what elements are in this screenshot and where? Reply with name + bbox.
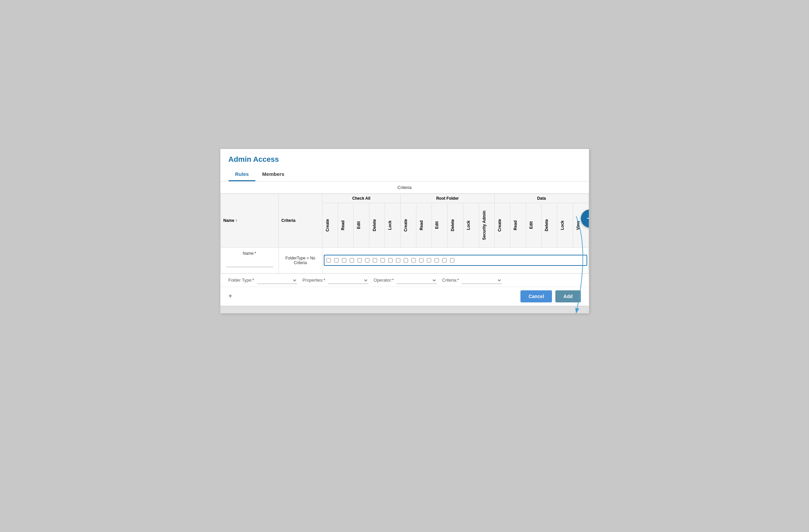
criteria-header: Criteria — [221, 182, 589, 194]
cb-ca-lock[interactable] — [357, 258, 362, 262]
col-check-all: Check All — [322, 194, 401, 203]
cb-rf-secadmin[interactable] — [404, 258, 408, 262]
th-d-delete: Delete — [541, 203, 557, 247]
cb-ca-read[interactable] — [334, 258, 339, 262]
th-ca-lock: Lock — [385, 203, 401, 247]
name-input[interactable] — [226, 259, 273, 267]
name-label: Name:* — [222, 251, 277, 256]
th-rf-read: Read — [416, 203, 432, 247]
operator-select[interactable] — [397, 277, 437, 284]
properties-label: Properties:* — [303, 278, 326, 282]
th-ca-create: Create — [322, 203, 338, 247]
cb-ca-create[interactable] — [326, 258, 331, 262]
th-rf-lock: Lock — [463, 203, 479, 247]
th-rf-secadmin: Security Admin — [479, 203, 495, 247]
action-buttons: Cancel Add — [520, 290, 581, 303]
cb-ca-delete[interactable] — [350, 258, 354, 262]
cb-rf-read[interactable] — [373, 258, 377, 262]
tab-members[interactable]: Members — [255, 168, 291, 181]
folder-type-select[interactable] — [257, 277, 297, 284]
folder-type-label: Folder Type:* — [228, 278, 254, 282]
cb-rf-create[interactable] — [365, 258, 369, 262]
th-d-read: Read — [510, 203, 526, 247]
cancel-button[interactable]: Cancel — [520, 290, 552, 303]
rules-table: Name ↑ Criteria Check All Root Folder Da… — [221, 194, 589, 274]
th-ca-edit: Edit — [353, 203, 369, 247]
col-root-folder: Root Folder — [401, 194, 495, 203]
tabs: Rules Members — [228, 168, 581, 181]
panel-header: Admin Access Rules Members — [221, 149, 589, 182]
cb-rf-edit[interactable] — [380, 258, 385, 262]
properties-select[interactable] — [328, 277, 368, 284]
form-criteria-cell: FolderType = No Criteria — [278, 247, 322, 273]
th-d-create: Create — [495, 203, 510, 247]
th-d-edit: Edit — [526, 203, 541, 247]
th-rf-delete: Delete — [448, 203, 463, 247]
th-ca-delete: Delete — [369, 203, 385, 247]
panel-body: Criteria Name ↑ Criteria Check All Root … — [221, 182, 589, 313]
cb-d-delete[interactable] — [434, 258, 439, 262]
col-data: Data — [495, 194, 588, 203]
criteria-field: Criteria:* — [442, 277, 502, 284]
cb-rf-delete[interactable] — [388, 258, 393, 262]
th-rf-create: Create — [401, 203, 416, 247]
th-ca-read: Read — [338, 203, 354, 247]
criteria-label: Criteria:* — [442, 278, 459, 282]
cb-rf-lock[interactable] — [396, 258, 400, 262]
cb-d-create[interactable] — [411, 258, 416, 262]
cb-d-edit[interactable] — [427, 258, 431, 262]
add-criteria-button[interactable]: + — [228, 292, 233, 300]
cb-d-lock[interactable] — [442, 258, 447, 262]
operator-field: Operator:* — [374, 277, 437, 284]
cb-ca-edit[interactable] — [342, 258, 346, 262]
cb-d-view[interactable] — [450, 258, 454, 262]
properties-field: Properties:* — [303, 277, 368, 284]
th-rf-edit: Edit — [432, 203, 448, 247]
form-name-cell: Name:* — [221, 247, 278, 273]
page-title: Admin Access — [228, 155, 581, 164]
folder-type-field: Folder Type:* — [228, 277, 297, 284]
col-name: Name ↑ — [221, 194, 278, 247]
add-button[interactable]: Add — [555, 290, 581, 303]
buttons-row: + Cancel Add — [221, 287, 589, 306]
col-criteria: Criteria — [278, 194, 322, 247]
cb-d-read[interactable] — [419, 258, 424, 262]
tab-rules[interactable]: Rules — [228, 168, 256, 181]
add-form-row: Name:* FolderType = No Criteria — [221, 247, 588, 273]
operator-label: Operator:* — [374, 278, 394, 282]
criteria-select[interactable] — [462, 277, 502, 284]
main-panel: Admin Access Rules Members Criteria Name… — [220, 149, 589, 313]
th-d-lock: Lock — [557, 203, 573, 247]
criteria-info: FolderType = No Criteria — [280, 254, 321, 267]
checkboxes-cell — [322, 247, 588, 273]
dropdowns-row: Folder Type:* Properties:* Operator:* — [221, 274, 589, 287]
bottom-bar — [221, 306, 589, 313]
table-wrapper: Name ↑ Criteria Check All Root Folder Da… — [221, 194, 589, 274]
